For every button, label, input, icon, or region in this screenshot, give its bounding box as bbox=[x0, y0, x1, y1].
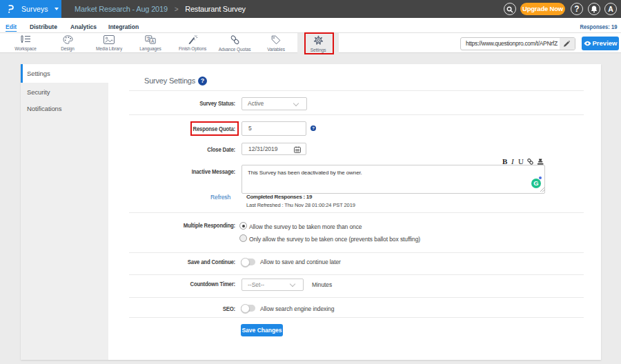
svg-text:A: A bbox=[151, 39, 155, 43]
